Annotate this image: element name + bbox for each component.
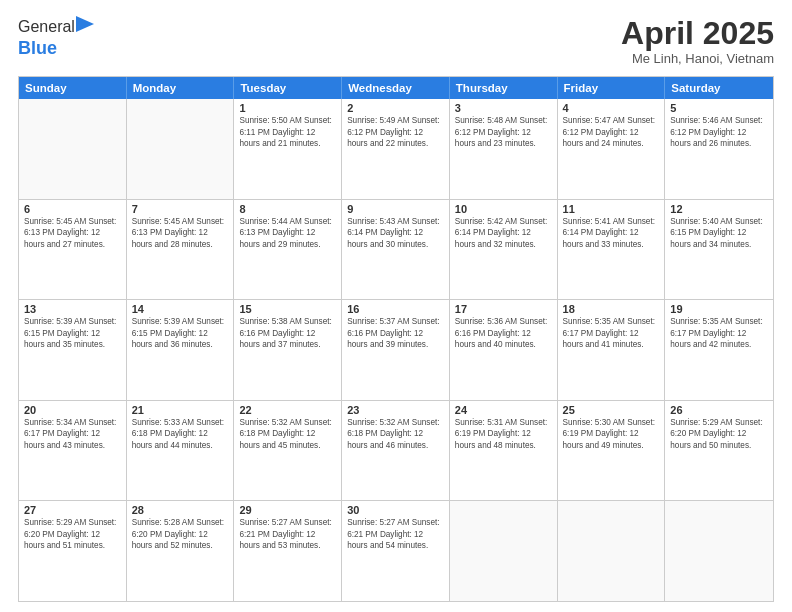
- day-number: 4: [563, 102, 660, 114]
- calendar-body: 1Sunrise: 5:50 AM Sunset: 6:11 PM Daylig…: [19, 99, 773, 601]
- calendar-day-25: 25Sunrise: 5:30 AM Sunset: 6:19 PM Dayli…: [558, 401, 666, 501]
- calendar-day-5: 5Sunrise: 5:46 AM Sunset: 6:12 PM Daylig…: [665, 99, 773, 199]
- day-number: 29: [239, 504, 336, 516]
- calendar-day-30: 30Sunrise: 5:27 AM Sunset: 6:21 PM Dayli…: [342, 501, 450, 601]
- day-info: Sunrise: 5:47 AM Sunset: 6:12 PM Dayligh…: [563, 115, 660, 149]
- calendar-day-16: 16Sunrise: 5:37 AM Sunset: 6:16 PM Dayli…: [342, 300, 450, 400]
- calendar-header-sunday: Sunday: [19, 77, 127, 99]
- calendar-day-13: 13Sunrise: 5:39 AM Sunset: 6:15 PM Dayli…: [19, 300, 127, 400]
- day-info: Sunrise: 5:33 AM Sunset: 6:18 PM Dayligh…: [132, 417, 229, 451]
- calendar-day-24: 24Sunrise: 5:31 AM Sunset: 6:19 PM Dayli…: [450, 401, 558, 501]
- day-info: Sunrise: 5:42 AM Sunset: 6:14 PM Dayligh…: [455, 216, 552, 250]
- calendar-day-1: 1Sunrise: 5:50 AM Sunset: 6:11 PM Daylig…: [234, 99, 342, 199]
- calendar-day-20: 20Sunrise: 5:34 AM Sunset: 6:17 PM Dayli…: [19, 401, 127, 501]
- day-number: 2: [347, 102, 444, 114]
- day-number: 11: [563, 203, 660, 215]
- day-info: Sunrise: 5:29 AM Sunset: 6:20 PM Dayligh…: [24, 517, 121, 551]
- day-number: 23: [347, 404, 444, 416]
- calendar-day-7: 7Sunrise: 5:45 AM Sunset: 6:13 PM Daylig…: [127, 200, 235, 300]
- calendar-header-thursday: Thursday: [450, 77, 558, 99]
- day-number: 16: [347, 303, 444, 315]
- day-number: 19: [670, 303, 768, 315]
- calendar-day-empty: [127, 99, 235, 199]
- calendar-day-8: 8Sunrise: 5:44 AM Sunset: 6:13 PM Daylig…: [234, 200, 342, 300]
- logo: General Blue: [18, 16, 94, 59]
- calendar-day-14: 14Sunrise: 5:39 AM Sunset: 6:15 PM Dayli…: [127, 300, 235, 400]
- calendar-day-18: 18Sunrise: 5:35 AM Sunset: 6:17 PM Dayli…: [558, 300, 666, 400]
- day-number: 13: [24, 303, 121, 315]
- day-info: Sunrise: 5:27 AM Sunset: 6:21 PM Dayligh…: [239, 517, 336, 551]
- day-number: 7: [132, 203, 229, 215]
- calendar-week-1: 1Sunrise: 5:50 AM Sunset: 6:11 PM Daylig…: [19, 99, 773, 199]
- svg-marker-0: [76, 16, 94, 32]
- calendar-header-saturday: Saturday: [665, 77, 773, 99]
- calendar-header-monday: Monday: [127, 77, 235, 99]
- page-header: General Blue April 2025 Me Linh, Hanoi, …: [18, 16, 774, 66]
- day-number: 27: [24, 504, 121, 516]
- day-number: 26: [670, 404, 768, 416]
- day-info: Sunrise: 5:44 AM Sunset: 6:13 PM Dayligh…: [239, 216, 336, 250]
- calendar-day-17: 17Sunrise: 5:36 AM Sunset: 6:16 PM Dayli…: [450, 300, 558, 400]
- calendar-header-friday: Friday: [558, 77, 666, 99]
- calendar-day-empty: [665, 501, 773, 601]
- day-info: Sunrise: 5:37 AM Sunset: 6:16 PM Dayligh…: [347, 316, 444, 350]
- day-info: Sunrise: 5:41 AM Sunset: 6:14 PM Dayligh…: [563, 216, 660, 250]
- day-number: 25: [563, 404, 660, 416]
- calendar: SundayMondayTuesdayWednesdayThursdayFrid…: [18, 76, 774, 602]
- logo-general-text: General: [18, 18, 75, 36]
- day-number: 14: [132, 303, 229, 315]
- day-info: Sunrise: 5:32 AM Sunset: 6:18 PM Dayligh…: [347, 417, 444, 451]
- calendar-day-2: 2Sunrise: 5:49 AM Sunset: 6:12 PM Daylig…: [342, 99, 450, 199]
- header-right: April 2025 Me Linh, Hanoi, Vietnam: [621, 16, 774, 66]
- calendar-week-3: 13Sunrise: 5:39 AM Sunset: 6:15 PM Dayli…: [19, 299, 773, 400]
- calendar-day-15: 15Sunrise: 5:38 AM Sunset: 6:16 PM Dayli…: [234, 300, 342, 400]
- day-info: Sunrise: 5:30 AM Sunset: 6:19 PM Dayligh…: [563, 417, 660, 451]
- day-info: Sunrise: 5:46 AM Sunset: 6:12 PM Dayligh…: [670, 115, 768, 149]
- logo-icon: [76, 16, 94, 38]
- day-info: Sunrise: 5:39 AM Sunset: 6:15 PM Dayligh…: [24, 316, 121, 350]
- day-number: 12: [670, 203, 768, 215]
- day-number: 17: [455, 303, 552, 315]
- day-info: Sunrise: 5:35 AM Sunset: 6:17 PM Dayligh…: [670, 316, 768, 350]
- calendar-day-22: 22Sunrise: 5:32 AM Sunset: 6:18 PM Dayli…: [234, 401, 342, 501]
- day-info: Sunrise: 5:27 AM Sunset: 6:21 PM Dayligh…: [347, 517, 444, 551]
- logo-blue-text: Blue: [18, 38, 57, 58]
- day-number: 5: [670, 102, 768, 114]
- location: Me Linh, Hanoi, Vietnam: [621, 51, 774, 66]
- calendar-day-10: 10Sunrise: 5:42 AM Sunset: 6:14 PM Dayli…: [450, 200, 558, 300]
- calendar-day-23: 23Sunrise: 5:32 AM Sunset: 6:18 PM Dayli…: [342, 401, 450, 501]
- calendar-day-4: 4Sunrise: 5:47 AM Sunset: 6:12 PM Daylig…: [558, 99, 666, 199]
- calendar-day-3: 3Sunrise: 5:48 AM Sunset: 6:12 PM Daylig…: [450, 99, 558, 199]
- calendar-day-empty: [558, 501, 666, 601]
- day-number: 15: [239, 303, 336, 315]
- day-number: 21: [132, 404, 229, 416]
- day-number: 18: [563, 303, 660, 315]
- day-number: 6: [24, 203, 121, 215]
- calendar-day-12: 12Sunrise: 5:40 AM Sunset: 6:15 PM Dayli…: [665, 200, 773, 300]
- calendar-day-29: 29Sunrise: 5:27 AM Sunset: 6:21 PM Dayli…: [234, 501, 342, 601]
- calendar-header-wednesday: Wednesday: [342, 77, 450, 99]
- calendar-week-5: 27Sunrise: 5:29 AM Sunset: 6:20 PM Dayli…: [19, 500, 773, 601]
- day-number: 28: [132, 504, 229, 516]
- month-title: April 2025: [621, 16, 774, 51]
- day-info: Sunrise: 5:48 AM Sunset: 6:12 PM Dayligh…: [455, 115, 552, 149]
- day-info: Sunrise: 5:32 AM Sunset: 6:18 PM Dayligh…: [239, 417, 336, 451]
- day-info: Sunrise: 5:40 AM Sunset: 6:15 PM Dayligh…: [670, 216, 768, 250]
- day-info: Sunrise: 5:36 AM Sunset: 6:16 PM Dayligh…: [455, 316, 552, 350]
- calendar-week-4: 20Sunrise: 5:34 AM Sunset: 6:17 PM Dayli…: [19, 400, 773, 501]
- day-info: Sunrise: 5:34 AM Sunset: 6:17 PM Dayligh…: [24, 417, 121, 451]
- calendar-day-28: 28Sunrise: 5:28 AM Sunset: 6:20 PM Dayli…: [127, 501, 235, 601]
- calendar-header-row: SundayMondayTuesdayWednesdayThursdayFrid…: [19, 77, 773, 99]
- day-number: 3: [455, 102, 552, 114]
- day-number: 8: [239, 203, 336, 215]
- day-number: 1: [239, 102, 336, 114]
- calendar-day-19: 19Sunrise: 5:35 AM Sunset: 6:17 PM Dayli…: [665, 300, 773, 400]
- day-info: Sunrise: 5:31 AM Sunset: 6:19 PM Dayligh…: [455, 417, 552, 451]
- day-info: Sunrise: 5:39 AM Sunset: 6:15 PM Dayligh…: [132, 316, 229, 350]
- day-info: Sunrise: 5:43 AM Sunset: 6:14 PM Dayligh…: [347, 216, 444, 250]
- calendar-day-empty: [19, 99, 127, 199]
- day-number: 22: [239, 404, 336, 416]
- day-number: 9: [347, 203, 444, 215]
- calendar-week-2: 6Sunrise: 5:45 AM Sunset: 6:13 PM Daylig…: [19, 199, 773, 300]
- calendar-day-27: 27Sunrise: 5:29 AM Sunset: 6:20 PM Dayli…: [19, 501, 127, 601]
